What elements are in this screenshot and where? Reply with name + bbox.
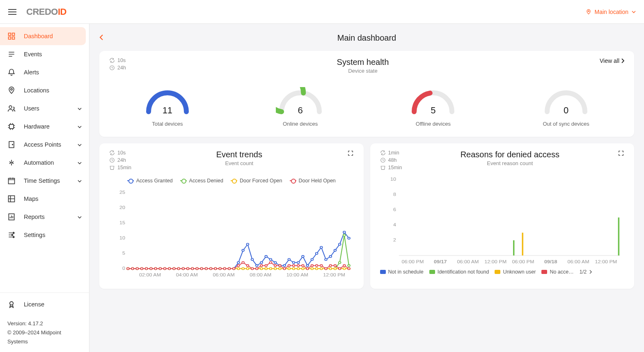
card-subtitle: Event count xyxy=(131,160,347,166)
legend-item[interactable]: Identification not found xyxy=(429,269,489,275)
svg-point-209 xyxy=(297,265,300,267)
view-all-link[interactable]: View all xyxy=(600,58,624,64)
chevron-down-icon xyxy=(78,106,82,111)
gauge: 5Offline devices xyxy=(408,87,458,127)
svg-point-55 xyxy=(265,255,267,258)
nav: DashboardEventsAlertsLocationsUsersHardw… xyxy=(0,24,89,290)
chevron-down-icon xyxy=(78,142,82,147)
reports-icon xyxy=(7,213,16,221)
svg-point-165 xyxy=(320,268,323,270)
sidebar-item-alerts[interactable]: Alerts xyxy=(0,63,89,81)
access-points-icon xyxy=(7,140,16,149)
svg-text:4: 4 xyxy=(393,222,396,228)
menu-toggle[interactable] xyxy=(8,7,16,16)
svg-point-193 xyxy=(223,268,226,270)
svg-point-51 xyxy=(246,243,249,245)
svg-text:20: 20 xyxy=(119,205,125,210)
events-icon xyxy=(7,50,16,58)
alerts-icon xyxy=(7,68,16,76)
legend-item[interactable]: Unknown user xyxy=(495,269,536,275)
svg-point-9 xyxy=(12,144,13,145)
svg-point-54 xyxy=(260,262,263,264)
svg-text:0: 0 xyxy=(122,266,125,271)
card-meta: 1min 48h 15min xyxy=(380,150,402,170)
svg-rect-234 xyxy=(513,240,514,255)
svg-point-207 xyxy=(288,265,290,267)
svg-point-202 xyxy=(265,265,267,267)
gauge: 6Online devices xyxy=(276,87,325,127)
svg-point-152 xyxy=(260,268,263,270)
legend-item[interactable]: Door Forced Open xyxy=(231,178,282,184)
svg-point-188 xyxy=(200,268,203,270)
sidebar-item-settings[interactable]: Settings xyxy=(0,226,89,244)
svg-text:12:00 PM: 12:00 PM xyxy=(595,259,617,265)
chevron-down-icon xyxy=(78,124,82,129)
svg-point-201 xyxy=(260,265,263,267)
sidebar-item-reports[interactable]: Reports xyxy=(0,208,89,226)
legend-pager[interactable]: 1/2 xyxy=(580,269,592,275)
sidebar-item-label: Dashboard xyxy=(24,33,53,39)
svg-point-6 xyxy=(9,106,12,108)
legend-item[interactable]: Not in schedule xyxy=(380,269,424,275)
sidebar-item-time-settings[interactable]: Time Settings xyxy=(0,172,89,190)
svg-point-65 xyxy=(311,258,313,260)
svg-point-59 xyxy=(283,265,286,267)
svg-point-50 xyxy=(242,249,244,251)
svg-point-160 xyxy=(297,268,300,270)
svg-text:25: 25 xyxy=(119,190,125,195)
back-button[interactable] xyxy=(99,34,103,42)
svg-point-61 xyxy=(293,262,295,264)
legend-item[interactable]: Door Held Open xyxy=(290,178,336,184)
gauges-row: 11Total devices6Online devices5Offline d… xyxy=(109,87,624,127)
sidebar-item-access-points[interactable]: Access Points xyxy=(0,136,89,154)
svg-point-211 xyxy=(306,268,309,270)
sidebar-item-events[interactable]: Events xyxy=(0,45,89,63)
svg-point-167 xyxy=(329,268,332,270)
sidebar-item-license[interactable]: License xyxy=(0,295,89,313)
sidebar-item-locations[interactable]: Locations xyxy=(0,81,89,99)
sidebar-item-users[interactable]: Users xyxy=(0,99,89,117)
sidebar-item-hardware[interactable]: Hardware xyxy=(0,117,89,136)
sidebar-item-automation[interactable]: Automation xyxy=(0,154,89,172)
denied-reasons-card: 1min 48h 15min Reasons for denied access… xyxy=(370,143,635,289)
chart-legend: Access GrantedAccess DeniedDoor Forced O… xyxy=(109,178,354,184)
location-pin-icon xyxy=(586,9,591,15)
svg-point-180 xyxy=(164,268,166,270)
svg-point-72 xyxy=(343,231,346,233)
svg-point-184 xyxy=(182,268,185,270)
settings-icon xyxy=(7,231,16,239)
svg-point-122 xyxy=(348,265,350,267)
legend-item[interactable]: Access Denied xyxy=(180,178,223,184)
sidebar-item-label: Hardware xyxy=(24,123,50,130)
gauge-label: Total devices xyxy=(143,121,192,127)
gauge-label: Out of sync devices xyxy=(541,121,591,127)
sidebar-item-maps[interactable]: Maps xyxy=(0,190,89,208)
card-title: Reasons for denied access xyxy=(402,150,618,159)
gauge: 0Out of sync devices xyxy=(541,87,591,127)
svg-text:02:00 AM: 02:00 AM xyxy=(139,272,161,278)
svg-text:09/17: 09/17 xyxy=(433,259,447,265)
card-meta: 10s 24h xyxy=(109,58,126,71)
denied-reasons-chart: 24681006:00 PM09/1706:00 AM12:00 PM06:00… xyxy=(380,175,625,266)
maps-icon xyxy=(7,195,16,203)
svg-text:04:00 AM: 04:00 AM xyxy=(176,272,198,278)
location-selector[interactable]: Main location xyxy=(586,9,636,15)
svg-point-196 xyxy=(237,265,240,267)
svg-text:6: 6 xyxy=(393,207,396,212)
svg-point-194 xyxy=(228,268,231,270)
svg-point-208 xyxy=(293,265,295,267)
main-content: Main dashboard 10s 24h System health Dev… xyxy=(89,24,644,352)
page-title: Main dashboard xyxy=(337,33,396,43)
svg-point-156 xyxy=(279,268,281,270)
expand-button[interactable] xyxy=(618,150,624,158)
svg-point-206 xyxy=(283,268,286,270)
legend-item[interactable]: Access Granted xyxy=(127,178,173,184)
sidebar-item-dashboard[interactable]: Dashboard xyxy=(0,27,86,45)
sidebar-item-label: Alerts xyxy=(24,69,39,76)
svg-rect-10 xyxy=(9,178,15,184)
app-header: CREDOID Main location xyxy=(0,0,644,24)
legend-item[interactable]: No acce… xyxy=(541,269,573,275)
expand-button[interactable] xyxy=(347,150,354,158)
sidebar-item-label: Events xyxy=(24,51,42,58)
svg-point-16 xyxy=(10,301,13,305)
